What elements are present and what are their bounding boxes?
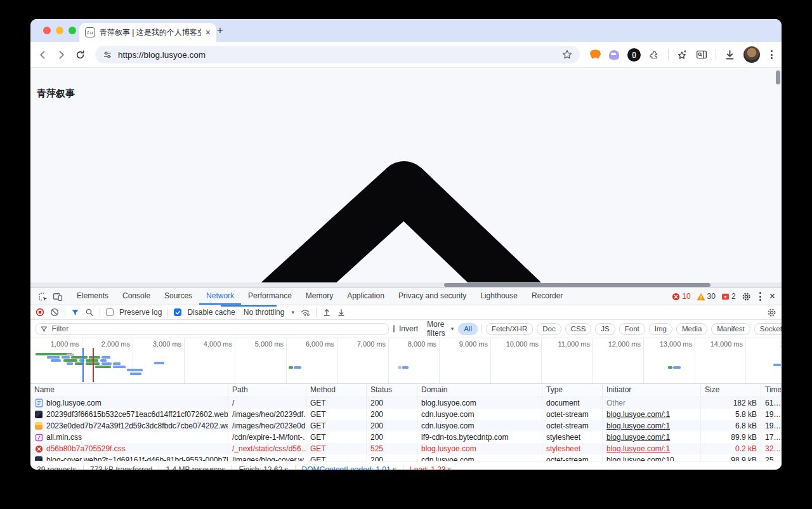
network-conditions-icon[interactable] — [300, 308, 310, 317]
side-panel-search-icon[interactable] — [696, 50, 707, 60]
request-name-cell[interactable]: blog-cover.webp?t=1d69161f-d46b-81bd-955… — [30, 454, 228, 461]
disable-cache-label[interactable]: Disable cache — [187, 308, 235, 317]
initiator-link[interactable]: blog.lusyoe.com/:10 — [606, 456, 674, 461]
request-domain-cell[interactable]: cdn.lusyoe.com — [417, 420, 542, 432]
request-status-cell[interactable]: 200 — [367, 409, 417, 420]
request-method-cell[interactable]: GET — [306, 409, 367, 420]
request-initiator-cell[interactable]: blog.lusyoe.com/:10 — [603, 454, 701, 461]
request-initiator-cell[interactable]: blog.lusyoe.com/:1 — [603, 409, 701, 420]
request-size-cell[interactable]: 6.8 kB — [701, 420, 761, 432]
tab-memory[interactable]: Memory — [299, 288, 340, 305]
initiator-link[interactable]: blog.lusyoe.com/:1 — [606, 421, 670, 430]
request-path-cell[interactable]: / — [228, 397, 306, 409]
invert-label[interactable]: Invert — [399, 324, 418, 333]
request-status-cell[interactable]: 200 — [367, 432, 417, 443]
network-request-row[interactable]: blog.lusyoe.com/GET200blog.lusyoe.comdoc… — [30, 397, 782, 409]
request-path-cell[interactable]: /images/heo/20239df… — [228, 409, 306, 420]
throttling-caret-icon[interactable]: ▾ — [291, 309, 294, 315]
request-time-cell[interactable]: 32… — [761, 443, 782, 454]
throttling-select[interactable]: No throttling — [244, 308, 285, 317]
devtools-close-icon[interactable]: × — [769, 291, 775, 301]
preserve-log-label[interactable]: Preserve log — [119, 308, 162, 317]
request-domain-cell[interactable]: lf9-cdn-tos.bytecdntp.com — [417, 432, 542, 443]
request-time-cell[interactable]: 19… — [761, 420, 782, 432]
filter-pill-font[interactable]: Font — [619, 323, 645, 335]
request-size-cell[interactable]: 5.8 kB — [701, 409, 761, 420]
column-header-path[interactable]: Path — [228, 384, 306, 397]
network-request-row[interactable]: d56b80b7a705529f.css/_next/static/css/d5… — [30, 443, 782, 454]
request-type-cell[interactable]: octet-stream — [542, 454, 603, 461]
request-type-cell[interactable]: stylesheet — [542, 432, 603, 443]
page-vertical-scrollbar[interactable] — [776, 70, 780, 84]
request-domain-cell[interactable]: blog.lusyoe.com — [417, 397, 542, 409]
column-header-method[interactable]: Method — [306, 384, 367, 397]
request-method-cell[interactable]: GET — [306, 443, 367, 454]
column-header-initiator[interactable]: Initiator — [603, 384, 701, 397]
initiator-link[interactable]: blog.lusyoe.com/:1 — [606, 444, 670, 453]
initiator-link[interactable]: blog.lusyoe.com/:1 — [606, 433, 670, 442]
console-errors-badge[interactable]: 10 — [672, 292, 690, 301]
request-initiator-cell[interactable]: blog.lusyoe.com/:1 — [603, 420, 701, 432]
horizontal-scrollbar-thumb[interactable] — [444, 283, 710, 287]
browser-menu-icon[interactable] — [768, 50, 775, 59]
tab-application[interactable]: Application — [340, 288, 391, 305]
request-name-cell[interactable]: blog.lusyoe.com — [30, 397, 228, 409]
metamask-extension-icon[interactable] — [590, 50, 601, 60]
request-status-cell[interactable]: 200 — [367, 397, 417, 409]
column-header-type[interactable]: Type — [542, 384, 603, 397]
request-method-cell[interactable]: GET — [306, 454, 367, 461]
invert-checkbox[interactable] — [393, 325, 395, 333]
inspect-element-icon[interactable] — [36, 290, 49, 303]
device-toolbar-icon[interactable] — [51, 290, 65, 303]
request-method-cell[interactable]: GET — [306, 397, 367, 409]
request-domain-cell[interactable]: cdn.lusyoe.com — [417, 409, 542, 420]
column-header-size[interactable]: Size — [701, 384, 761, 397]
request-time-cell[interactable]: 17… — [761, 432, 782, 443]
tab-privacy-and-security[interactable]: Privacy and security — [391, 288, 473, 305]
column-header-time[interactable]: Time — [761, 384, 782, 397]
filter-pill-all[interactable]: All — [458, 323, 478, 335]
network-request-row[interactable]: blog-cover.webp?t=1d69161f-d46b-81bd-955… — [30, 454, 782, 461]
export-har-icon[interactable] — [337, 308, 346, 317]
sparkle-star-icon[interactable] — [677, 50, 688, 60]
filter-pill-img[interactable]: Img — [649, 323, 672, 335]
request-initiator-cell[interactable]: blog.lusyoe.com/:1 — [603, 443, 701, 454]
request-status-cell[interactable]: 200 — [367, 420, 417, 432]
reload-button[interactable] — [74, 47, 86, 62]
new-tab-button[interactable]: + — [213, 23, 227, 37]
tab-performance[interactable]: Performance — [241, 288, 299, 305]
filter-pill-media[interactable]: Media — [676, 323, 707, 335]
column-header-name[interactable]: Name — [30, 384, 228, 397]
console-warnings-badge[interactable]: 30 — [697, 292, 716, 301]
network-overview-timeline[interactable]: 1,000 ms2,000 ms3,000 ms4,000 ms5,000 ms… — [30, 338, 782, 384]
disable-cache-checkbox[interactable] — [174, 308, 181, 316]
issues-badge[interactable]: 2 — [721, 292, 736, 301]
request-name-cell[interactable]: all.min.css — [30, 432, 228, 443]
close-window-button[interactable] — [43, 27, 51, 34]
request-initiator-cell[interactable]: Other — [603, 397, 701, 409]
tab-elements[interactable]: Elements — [70, 288, 115, 305]
request-size-cell[interactable]: 182 kB — [701, 397, 761, 409]
request-type-cell[interactable]: octet-stream — [542, 409, 603, 420]
filter-toggle-icon[interactable] — [71, 308, 79, 317]
request-name-cell[interactable]: d56b80b7a705529f.css — [30, 443, 228, 454]
tab-sources[interactable]: Sources — [157, 288, 199, 305]
request-domain-cell[interactable]: cdn.lusyoe.com — [417, 454, 542, 461]
code-extension-icon[interactable]: {} — [627, 48, 641, 62]
address-bar[interactable]: https://blog.lusyoe.com — [95, 46, 580, 63]
preserve-log-checkbox[interactable] — [106, 308, 114, 316]
filter-pill-socket[interactable]: Socket — [754, 323, 782, 335]
request-name-cell[interactable]: 2023e0ded7b724a39f12d59c3dc8fbdc7cbe0742… — [30, 420, 228, 432]
back-button[interactable] — [37, 47, 49, 62]
request-method-cell[interactable]: GET — [306, 432, 367, 443]
request-method-cell[interactable]: GET — [306, 420, 367, 432]
search-network-icon[interactable] — [85, 308, 94, 317]
request-path-cell[interactable]: /images/blog-cover.w… — [228, 454, 306, 461]
tab-network[interactable]: Network — [199, 288, 241, 305]
request-time-cell[interactable]: 25… — [761, 454, 782, 461]
request-status-cell[interactable]: 200 — [367, 454, 417, 461]
request-size-cell[interactable]: 89.9 kB — [701, 432, 761, 443]
filter-pill-fetch-xhr[interactable]: Fetch/XHR — [486, 323, 533, 335]
request-path-cell[interactable]: /_next/static/css/d56… — [228, 443, 306, 454]
request-type-cell[interactable]: octet-stream — [542, 420, 603, 432]
